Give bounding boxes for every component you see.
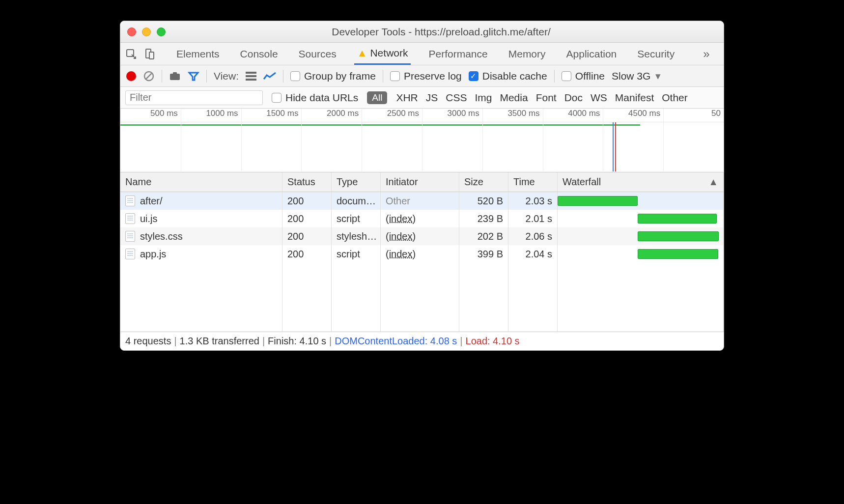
overview-icon[interactable] bbox=[263, 72, 276, 80]
devtools-menu-icon[interactable]: ⋮ bbox=[723, 47, 725, 61]
request-size: 399 B bbox=[459, 245, 508, 263]
filter-type-font[interactable]: Font bbox=[536, 92, 557, 104]
col-type[interactable]: Type bbox=[332, 172, 381, 192]
table-header: Name Status Type Initiator Size Time Wat… bbox=[120, 172, 724, 192]
filter-type-other[interactable]: Other bbox=[662, 92, 688, 104]
request-initiator[interactable]: (index) bbox=[381, 210, 459, 227]
filter-input[interactable] bbox=[125, 90, 263, 105]
request-waterfall bbox=[558, 210, 724, 227]
timeline-tick: 1500 ms bbox=[241, 109, 302, 122]
table-row[interactable]: styles.css200stylesh…(index)202 B2.06 s bbox=[120, 227, 724, 245]
more-tabs-icon[interactable]: » bbox=[703, 47, 709, 61]
capture-screenshots-icon[interactable] bbox=[169, 71, 181, 81]
svg-rect-5 bbox=[173, 72, 177, 74]
large-rows-icon[interactable] bbox=[246, 72, 256, 81]
tab-memory[interactable]: Memory bbox=[506, 43, 549, 65]
filter-type-js[interactable]: JS bbox=[426, 92, 438, 104]
file-icon bbox=[125, 213, 135, 224]
col-initiator[interactable]: Initiator bbox=[381, 172, 459, 192]
request-time: 2.04 s bbox=[508, 245, 558, 263]
file-icon bbox=[125, 196, 135, 206]
request-initiator[interactable]: Other bbox=[381, 192, 459, 210]
request-status: 200 bbox=[282, 192, 332, 210]
request-waterfall bbox=[558, 245, 724, 263]
status-finish: Finish: 4.10 s bbox=[268, 336, 326, 347]
timeline-tick: 2500 ms bbox=[362, 109, 422, 122]
timeline-tick: 50 bbox=[663, 109, 724, 122]
filter-type-ws[interactable]: WS bbox=[591, 92, 607, 104]
timeline-tick: 4000 ms bbox=[543, 109, 603, 122]
clear-icon[interactable] bbox=[143, 70, 155, 82]
timeline-tick: 2000 ms bbox=[301, 109, 362, 122]
maximize-window-icon[interactable] bbox=[157, 28, 166, 36]
svg-rect-7 bbox=[246, 75, 256, 77]
filter-type-xhr[interactable]: XHR bbox=[396, 92, 418, 104]
request-type: script bbox=[332, 210, 381, 227]
filter-type-css[interactable]: CSS bbox=[446, 92, 467, 104]
tab-elements[interactable]: Elements bbox=[173, 43, 223, 65]
group-by-frame-checkbox[interactable]: Group by frame bbox=[290, 70, 376, 82]
close-window-icon[interactable] bbox=[127, 28, 136, 36]
devtools-window: Developer Tools - https://preload.glitch… bbox=[120, 21, 724, 351]
disable-cache-checkbox[interactable]: ✓Disable cache bbox=[469, 70, 547, 82]
status-transferred: 1.3 KB transferred bbox=[180, 336, 259, 347]
status-bar: 4 requests | 1.3 KB transferred | Finish… bbox=[120, 332, 724, 350]
file-icon bbox=[125, 249, 135, 259]
col-waterfall[interactable]: Waterfall ▲ bbox=[558, 172, 724, 192]
col-size[interactable]: Size bbox=[459, 172, 508, 192]
tab-security[interactable]: Security bbox=[634, 43, 677, 65]
view-label: View: bbox=[214, 70, 239, 82]
hide-data-urls-checkbox[interactable]: Hide data URLs bbox=[272, 92, 358, 104]
table-row[interactable]: after/200docum…Other520 B2.03 s bbox=[120, 192, 724, 210]
request-time: 2.01 s bbox=[508, 210, 558, 227]
tab-performance[interactable]: Performance bbox=[425, 43, 490, 65]
request-size: 239 B bbox=[459, 210, 508, 227]
requests-table: Name Status Type Initiator Size Time Wat… bbox=[120, 172, 724, 332]
filter-type-manifest[interactable]: Manifest bbox=[615, 92, 654, 104]
inspect-element-icon[interactable] bbox=[125, 48, 137, 60]
table-row[interactable]: ui.js200script(index)239 B2.01 s bbox=[120, 210, 724, 227]
timeline-tick: 3500 ms bbox=[482, 109, 543, 122]
filter-type-media[interactable]: Media bbox=[500, 92, 528, 104]
request-initiator[interactable]: (index) bbox=[381, 245, 459, 263]
load-marker bbox=[615, 122, 616, 171]
minimize-window-icon[interactable] bbox=[142, 28, 151, 36]
titlebar: Developer Tools - https://preload.glitch… bbox=[120, 21, 724, 43]
request-waterfall bbox=[558, 227, 724, 245]
request-name: after/ bbox=[140, 196, 163, 207]
request-status: 200 bbox=[282, 227, 332, 245]
device-toolbar-icon[interactable] bbox=[144, 48, 156, 60]
request-name: styles.css bbox=[140, 231, 183, 242]
timeline-tick: 1000 ms bbox=[181, 109, 241, 122]
table-row[interactable]: app.js200script(index)399 B2.04 s bbox=[120, 245, 724, 263]
window-title: Developer Tools - https://preload.glitch… bbox=[166, 26, 717, 38]
preserve-log-checkbox[interactable]: Preserve log bbox=[390, 70, 462, 82]
filter-type-img[interactable]: Img bbox=[475, 92, 492, 104]
filter-icon[interactable] bbox=[188, 71, 199, 81]
request-status: 200 bbox=[282, 210, 332, 227]
throttling-select[interactable]: Slow 3G ▾ bbox=[612, 70, 661, 82]
offline-checkbox[interactable]: Offline bbox=[562, 70, 605, 82]
tab-network[interactable]: ▲Network bbox=[354, 43, 411, 65]
tab-sources[interactable]: Sources bbox=[296, 43, 339, 65]
request-type: script bbox=[332, 245, 381, 263]
panel-tabs: ElementsConsoleSources▲NetworkPerformanc… bbox=[120, 43, 724, 65]
svg-rect-6 bbox=[246, 72, 256, 74]
filter-type-doc[interactable]: Doc bbox=[564, 92, 583, 104]
sort-indicator-icon: ▲ bbox=[708, 176, 718, 188]
filter-bar: Hide data URLs All XHRJSCSSImgMediaFontD… bbox=[120, 87, 724, 109]
request-status: 200 bbox=[282, 245, 332, 263]
col-status[interactable]: Status bbox=[282, 172, 332, 192]
request-waterfall bbox=[558, 192, 724, 210]
col-time[interactable]: Time bbox=[508, 172, 558, 192]
table-empty-area bbox=[120, 263, 724, 332]
record-icon[interactable] bbox=[126, 71, 136, 81]
filter-all-pill[interactable]: All bbox=[367, 91, 387, 104]
request-initiator[interactable]: (index) bbox=[381, 227, 459, 245]
tab-console[interactable]: Console bbox=[237, 43, 281, 65]
col-name[interactable]: Name bbox=[120, 172, 282, 192]
dcl-marker bbox=[613, 122, 614, 171]
timeline-overview[interactable]: 500 ms1000 ms1500 ms2000 ms2500 ms3000 m… bbox=[120, 109, 724, 172]
tab-application[interactable]: Application bbox=[563, 43, 620, 65]
timeline-tick: 3000 ms bbox=[422, 109, 482, 122]
